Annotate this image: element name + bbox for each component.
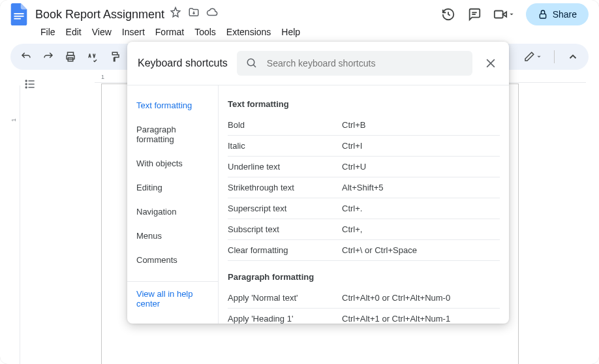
- menu-help[interactable]: Help: [277, 24, 305, 40]
- title-area: Book Report Assignment: [35, 7, 441, 22]
- menu-file[interactable]: File: [36, 24, 60, 40]
- section-title: Paragraph formatting: [228, 266, 500, 288]
- sidebar-item-comments[interactable]: Comments: [127, 248, 218, 272]
- svg-point-12: [25, 83, 27, 85]
- menu-insert[interactable]: Insert: [117, 24, 149, 40]
- svg-point-14: [25, 87, 27, 88]
- lock-icon: [538, 9, 548, 20]
- print-button[interactable]: [61, 48, 80, 66]
- editing-mode-button[interactable]: [520, 48, 545, 66]
- format-paint-button[interactable]: [106, 48, 124, 66]
- shortcut-row: ItalicCtrl+I: [228, 136, 500, 157]
- svg-line-17: [253, 65, 256, 67]
- share-button[interactable]: Share: [526, 3, 589, 25]
- history-icon[interactable]: [441, 7, 455, 22]
- svg-rect-2: [14, 18, 20, 19]
- search-input[interactable]: [267, 58, 463, 68]
- search-box[interactable]: [237, 51, 472, 76]
- spellcheck-button[interactable]: [84, 48, 102, 66]
- shortcut-row: Underline textCtrl+U: [228, 157, 500, 177]
- redo-button[interactable]: [39, 48, 57, 66]
- header: Book Report Assignment Share: [0, 0, 599, 23]
- shortcut-row: Apply 'Heading 1'Ctrl+Alt+1 or Ctrl+Alt+…: [228, 309, 500, 324]
- sidebar-item-editing[interactable]: Editing: [127, 175, 218, 200]
- docs-logo-icon[interactable]: [10, 3, 27, 25]
- svg-point-10: [25, 80, 27, 82]
- menu-view[interactable]: View: [87, 24, 116, 40]
- section-title: Text formatting: [228, 93, 500, 115]
- svg-rect-5: [494, 10, 502, 18]
- shortcut-row: Subscript textCtrl+,: [228, 219, 500, 240]
- menu-edit[interactable]: Edit: [61, 24, 86, 40]
- menu-extensions[interactable]: Extensions: [222, 24, 275, 40]
- menu-tools[interactable]: Tools: [190, 24, 221, 40]
- menubar: File Edit View Insert Format Tools Exten…: [0, 23, 599, 44]
- shortcut-row: Clear formattingCtrl+\ or Ctrl+Space: [228, 240, 500, 261]
- shortcut-row: Strikethrough textAlt+Shift+5: [228, 177, 500, 198]
- outline-icon[interactable]: [23, 78, 37, 91]
- shortcut-row: Superscript textCtrl+.: [228, 198, 500, 219]
- shortcut-row: Apply 'Normal text'Ctrl+Alt+0 or Ctrl+Al…: [228, 288, 500, 309]
- search-icon: [246, 57, 258, 69]
- vertical-ruler: [10, 85, 20, 364]
- meet-icon[interactable]: [493, 7, 514, 22]
- sidebar-item-text-formatting[interactable]: Text formatting: [127, 93, 218, 117]
- collapse-toolbar-button[interactable]: [564, 48, 582, 66]
- svg-rect-0: [14, 13, 23, 14]
- share-label: Share: [553, 9, 577, 20]
- sidebar-item-menus[interactable]: Menus: [127, 224, 218, 248]
- undo-button[interactable]: [17, 48, 35, 66]
- svg-rect-1: [14, 15, 23, 16]
- shortcut-row: BoldCtrl+B: [228, 115, 500, 136]
- cloud-status-icon[interactable]: [206, 7, 218, 18]
- close-button[interactable]: [482, 54, 500, 72]
- svg-point-16: [247, 59, 254, 66]
- star-icon[interactable]: [170, 7, 181, 18]
- comments-icon[interactable]: [467, 7, 482, 22]
- move-icon[interactable]: [188, 7, 200, 18]
- shortcut-content[interactable]: Text formatting BoldCtrl+B ItalicCtrl+I …: [219, 85, 509, 324]
- shortcut-sidebar: Text formatting Paragraph formatting Wit…: [127, 85, 219, 324]
- sidebar-item-navigation[interactable]: Navigation: [127, 200, 218, 224]
- menu-format[interactable]: Format: [151, 24, 189, 40]
- sidebar-item-with-objects[interactable]: With objects: [127, 151, 218, 175]
- dialog-title: Keyboard shortcuts: [138, 57, 228, 69]
- view-all-link[interactable]: View all in help center: [127, 281, 218, 316]
- sidebar-item-paragraph-formatting[interactable]: Paragraph formatting: [127, 117, 218, 151]
- keyboard-shortcuts-dialog: Keyboard shortcuts Text formatting Parag…: [127, 42, 509, 324]
- svg-rect-6: [540, 14, 545, 18]
- document-title[interactable]: Book Report Assignment: [35, 8, 164, 22]
